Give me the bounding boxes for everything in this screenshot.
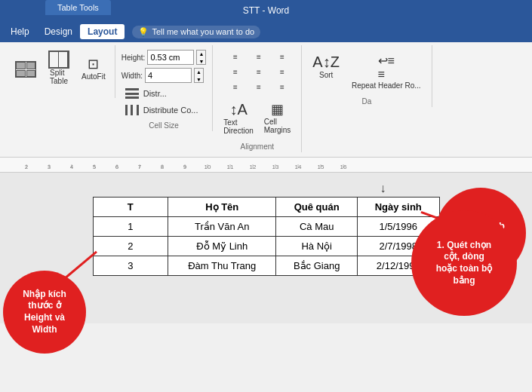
- autofit-button[interactable]: ⊡ AutoFit: [77, 52, 110, 84]
- cell-margins-icon: ▦: [271, 101, 284, 118]
- distribute-rows-icon: [125, 88, 139, 99]
- width-label: Width:: [121, 72, 143, 80]
- distribute-cols-button[interactable]: Distribute Co...: [121, 103, 207, 118]
- sort-icon: A↕Z: [312, 54, 340, 71]
- autofit-icon: ⊡: [83, 56, 104, 72]
- menu-layout[interactable]: Layout: [80, 24, 125, 39]
- menu-help[interactable]: Help: [3, 24, 37, 39]
- menu-design[interactable]: Design: [37, 24, 80, 39]
- repeat-header-icon: ↩≡≡: [378, 54, 395, 81]
- table-row: 3 Đàm Thu Trang Bắc Giang 2/12/1996: [93, 256, 439, 276]
- table-cell: Bắc Giang: [276, 256, 358, 276]
- table-cell: 3: [93, 256, 168, 276]
- split-table-icon: [48, 51, 69, 69]
- menu-bar: Help Design Layout 💡 Tell me what you wa…: [0, 21, 532, 42]
- table-header-hoten: Họ Tên: [168, 198, 276, 217]
- title-bar: Table Tools STT - Word: [0, 0, 532, 21]
- cell-margins-button[interactable]: ▦ CellMargins: [260, 97, 296, 139]
- distribute-rows-button[interactable]: Distr...: [121, 86, 207, 101]
- repeat-header-label: Repeat Header Ro...: [352, 81, 421, 90]
- split-table-button[interactable]: SplitTable: [44, 47, 74, 89]
- cell-margins-label: CellMargins: [264, 118, 291, 134]
- table-cell: 2: [93, 237, 168, 256]
- width-spinner[interactable]: ▲ ▼: [194, 68, 204, 83]
- align-top-left-button[interactable]: ≡: [223, 50, 248, 64]
- autofit-label: AutoFit: [81, 72, 106, 81]
- align-bot-right-button[interactable]: ≡: [269, 80, 295, 94]
- ribbon-row-merge: SplitTable ⊡ AutoFit: [11, 47, 110, 89]
- text-direction-label: TextDirection: [223, 118, 253, 135]
- align-top-center-button[interactable]: ≡: [246, 50, 272, 64]
- repeat-header-row-button[interactable]: ↩≡≡ Repeat Header Ro...: [347, 50, 426, 93]
- callout-left: Nhập kích thước ở Height và Width: [3, 271, 86, 354]
- merge-table-icon: [15, 61, 36, 78]
- data-table: T Họ Tên Quê quán Ngày sinh 1 Trần Văn A…: [93, 197, 440, 276]
- tell-me-box[interactable]: 💡 Tell me what you want to do: [132, 26, 260, 38]
- height-label: Height:: [121, 54, 146, 62]
- table-row: 1 Trần Văn An Cà Mau 1/5/1996: [93, 217, 439, 237]
- callout-bottom-right: 1. Quét chọn cột, dòng hoặc toàn bộ bảng: [411, 210, 517, 316]
- table-cell: Đàm Thu Trang: [168, 256, 276, 276]
- table-cell: Trần Văn An: [168, 217, 276, 237]
- table-row: 2 Đỗ Mỹ Linh Hà Nội 2/7/1998: [93, 237, 439, 256]
- height-spinner[interactable]: ▲ ▼: [196, 50, 206, 65]
- ribbon-group-merge: SplitTable ⊡ AutoFit: [5, 45, 115, 98]
- table-tools-tab: Table Tools: [45, 0, 111, 15]
- cell-size-controls: Height: 0.53 cm ▲ ▼ Width: 4 ▲ ▼: [121, 47, 207, 118]
- sort-button[interactable]: A↕Z Sort: [308, 50, 344, 93]
- align-mid-center-button[interactable]: ≡: [246, 65, 272, 79]
- ribbon-group-cell-size: Height: 0.53 cm ▲ ▼ Width: 4 ▲ ▼: [115, 45, 214, 131]
- ribbon-group-data: A↕Z Sort ↩≡≡ Repeat Header Ro... Da: [302, 45, 432, 107]
- ruler: 2 3 4 5 6 7 8 9 10 11 12 13 14 15 16: [0, 158, 532, 173]
- ribbon-group-alignment: ≡ ≡ ≡ ≡ ≡ ≡ ≡ ≡ ≡ ↕A TextDirection ▦ Cel…: [213, 45, 302, 152]
- data-group-label: Da: [362, 97, 372, 106]
- align-bot-center-button[interactable]: ≡: [246, 80, 272, 94]
- app-title: STT - Word: [243, 5, 290, 16]
- sort-label: Sort: [319, 71, 333, 79]
- table-cell: Cà Mau: [276, 217, 358, 237]
- distribute-cols-icon: [125, 105, 139, 115]
- width-input[interactable]: 4: [145, 68, 192, 83]
- document-area: ↓ T Họ Tên Quê quán Ngày sinh 1 Trần Văn…: [0, 173, 532, 323]
- ribbon: SplitTable ⊡ AutoFit Height: 0.53 cm ▲ ▼: [0, 42, 532, 158]
- table-header-quequan: Quê quán: [276, 198, 358, 217]
- table-header-t: T: [93, 198, 168, 217]
- align-top-right-button[interactable]: ≡: [269, 50, 295, 64]
- table-cell: Đỗ Mỹ Linh: [168, 237, 276, 256]
- merge-table-button[interactable]: [11, 57, 41, 81]
- align-mid-left-button[interactable]: ≡: [223, 65, 248, 79]
- alignment-group-label: Alignment: [241, 142, 274, 151]
- height-input[interactable]: 0.53 cm: [147, 50, 194, 65]
- table-cell: Hà Nội: [276, 237, 358, 256]
- table-cell: 1: [93, 217, 168, 237]
- cell-size-group-label: Cell Size: [149, 121, 178, 130]
- split-table-label: SplitTable: [50, 69, 68, 85]
- align-mid-right-button[interactable]: ≡: [269, 65, 295, 79]
- height-input-row: Height: 0.53 cm ▲ ▼: [121, 50, 207, 65]
- width-input-row: Width: 4 ▲ ▼: [121, 68, 207, 83]
- text-direction-icon: ↕A: [229, 101, 247, 118]
- align-bot-left-button[interactable]: ≡: [223, 80, 248, 94]
- ruler-inner: 2 3 4 5 6 7 8 9 10 11 12 13 14 15 16: [15, 158, 355, 172]
- text-direction-button[interactable]: ↕A TextDirection: [219, 97, 257, 139]
